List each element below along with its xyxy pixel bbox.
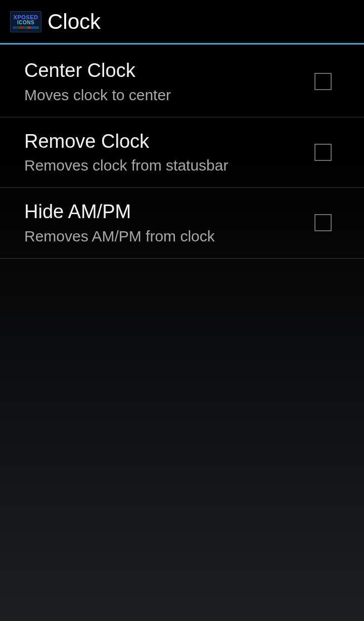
- setting-texts: Remove Clock Removes clock from statusba…: [24, 130, 304, 176]
- setting-remove-clock[interactable]: Remove Clock Removes clock from statusba…: [0, 117, 364, 188]
- setting-title: Hide AM/PM: [24, 200, 304, 224]
- checkbox-icon[interactable]: [314, 73, 332, 90]
- checkbox-icon[interactable]: [314, 214, 332, 231]
- setting-summary: Moves clock to center: [24, 85, 304, 105]
- settings-list: Center Clock Moves clock to center Remov…: [0, 45, 364, 259]
- setting-hide-ampm[interactable]: Hide AM/PM Removes AM/PM from clock: [0, 188, 364, 259]
- action-bar: XPOSED ICONS Clock: [0, 0, 364, 45]
- setting-texts: Hide AM/PM Removes AM/PM from clock: [24, 200, 304, 246]
- page-title: Clock: [48, 10, 101, 34]
- screen-root: XPOSED ICONS Clock Center Clock Moves cl…: [0, 0, 364, 621]
- setting-summary: Removes AM/PM from clock: [24, 226, 304, 246]
- app-icon: XPOSED ICONS: [10, 11, 41, 32]
- app-icon-text-line1: XPOSED: [14, 15, 38, 20]
- checkbox-icon[interactable]: [314, 144, 332, 161]
- setting-title: Remove Clock: [24, 130, 304, 154]
- app-icon-color-bar: [13, 26, 39, 29]
- setting-summary: Removes clock from statusbar: [24, 155, 304, 175]
- setting-center-clock[interactable]: Center Clock Moves clock to center: [0, 47, 364, 117]
- setting-texts: Center Clock Moves clock to center: [24, 59, 304, 105]
- app-icon-text-line2: ICONS: [17, 20, 34, 25]
- setting-title: Center Clock: [24, 59, 304, 83]
